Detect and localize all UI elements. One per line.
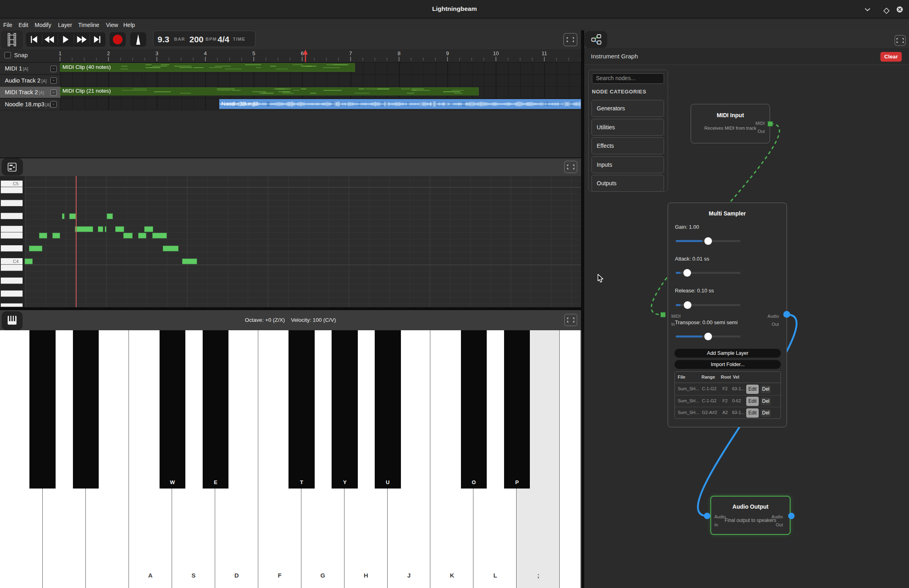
- svg-text:8: 8: [398, 50, 401, 56]
- svg-text:4: 4: [204, 50, 207, 56]
- svg-text:5: 5: [252, 50, 255, 56]
- svg-text:3: 3: [156, 50, 158, 56]
- svg-text:9: 9: [446, 50, 449, 56]
- svg-text:11: 11: [542, 50, 547, 56]
- svg-text:C4: C4: [13, 259, 19, 264]
- svg-text:10: 10: [493, 50, 499, 56]
- svg-text:7: 7: [349, 50, 352, 56]
- svg-text:C5: C5: [13, 181, 19, 186]
- svg-text:2: 2: [107, 50, 110, 56]
- svg-text:1: 1: [58, 50, 61, 56]
